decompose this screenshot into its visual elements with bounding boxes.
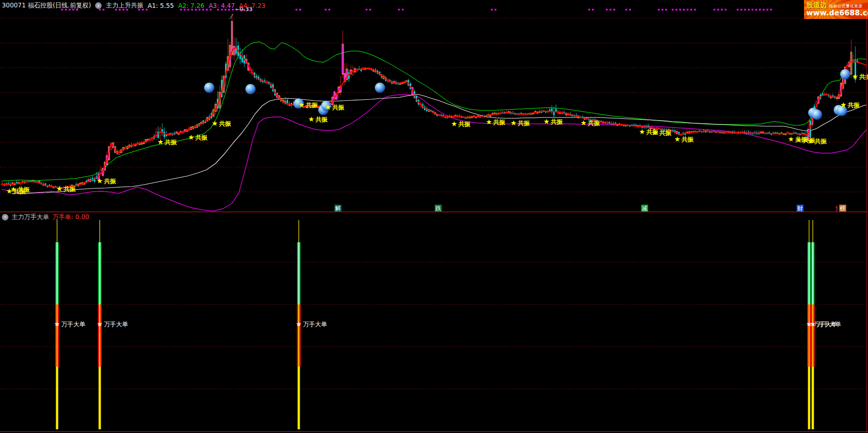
sphere-marker <box>840 69 850 79</box>
chart-canvas[interactable]: ~9.33★共振★共振★共振★共振★共振★共振★共振★共振★共振★共振★共振★共… <box>0 0 868 433</box>
resonance-star-icon: ★ <box>807 137 813 145</box>
signal-dot <box>328 9 330 11</box>
signal-bar-red-core <box>809 304 810 367</box>
subpanel-header: ∨ 主力万手大单 万手单: 0.00 <box>2 213 89 221</box>
resonance-star-icon: ★ <box>852 72 858 81</box>
signal-bar-red-core <box>812 304 813 367</box>
signal-dot <box>687 9 688 11</box>
indicator-name: 主力上升共振 <box>106 1 143 10</box>
signal-dot <box>744 9 746 11</box>
signal-bar-red-core <box>57 304 58 367</box>
resonance-label: 共振 <box>847 102 860 109</box>
resonance-label: 共振 <box>17 186 30 193</box>
collapse-sub-indicator-icon[interactable]: ∨ <box>2 214 8 220</box>
resonance-label: 共振 <box>103 178 116 185</box>
resonance-label: 共振 <box>63 186 76 193</box>
signal-bar-cyan-core <box>99 242 101 304</box>
resonance-star-icon: ★ <box>212 119 218 128</box>
brand-tagline: 指标公式量化资源 <box>829 4 862 8</box>
resonance-label: 共振 <box>195 134 208 141</box>
resonance-label: 共振 <box>458 121 471 128</box>
resonance-label: 共振 <box>550 118 563 125</box>
resonance-label: 共振 <box>587 120 600 127</box>
signal-bar-yellow <box>298 367 300 429</box>
resonance-star-icon: ★ <box>674 135 680 143</box>
signal-star-icon: ★ <box>97 320 103 328</box>
signal-label: 万手大单 <box>61 321 85 328</box>
signal-dot <box>325 9 327 11</box>
subpanel-value: 万手单: 0.00 <box>52 213 89 221</box>
signal-dot <box>491 9 493 11</box>
signal-dot <box>717 9 719 11</box>
resonance-label: 共振 <box>315 116 328 123</box>
candle-down <box>553 112 554 115</box>
resonance-star-icon: ★ <box>580 119 586 127</box>
signal-dot <box>665 9 667 11</box>
signal-dot <box>662 9 663 11</box>
signal-dot <box>759 9 761 11</box>
signal-bar-red-core <box>99 304 100 367</box>
upper-band-line <box>1 42 867 181</box>
signal-dot <box>752 9 753 11</box>
signal-dot <box>763 9 765 11</box>
resonance-star-icon: ★ <box>543 117 549 126</box>
signal-bar-cyan-core <box>809 242 810 304</box>
resonance-label: 共振 <box>814 138 827 145</box>
sphere-marker <box>204 83 214 93</box>
signal-dot <box>766 9 768 11</box>
resonance-star-icon: ★ <box>308 115 314 123</box>
signal-star-icon: ★ <box>296 320 302 328</box>
resonance-label: 共振 <box>219 120 231 127</box>
subpanel-title: 主力万手大单 <box>12 213 49 221</box>
candle-up <box>342 44 343 74</box>
resonance-star-icon: ★ <box>96 177 103 185</box>
event-tag: 财 <box>797 205 803 212</box>
signal-dot <box>725 9 727 11</box>
signal-dot <box>672 9 674 11</box>
resonance-star-icon: ★ <box>56 185 62 193</box>
indicator-value-a1: A1: 5.55 <box>148 2 174 9</box>
resonance-star-icon: ★ <box>298 101 304 109</box>
resonance-star-icon: ★ <box>451 120 457 128</box>
collapse-main-indicator-icon[interactable]: ∨ <box>95 2 102 9</box>
signal-dot <box>592 9 594 11</box>
signal-star-icon: ★ <box>54 320 60 328</box>
signal-dot <box>610 9 611 11</box>
signal-dot <box>658 9 660 11</box>
signal-dot <box>299 9 301 11</box>
resonance-label: 共振 <box>659 129 672 136</box>
resonance-star-icon: ★ <box>796 136 802 144</box>
signal-bar-yellow <box>812 367 814 429</box>
brand-watermark: 股道边 指标公式量化资源 www.de6688.com <box>804 0 868 19</box>
signal-dot <box>737 9 739 11</box>
sphere-marker <box>812 110 822 120</box>
sphere-marker <box>375 83 385 93</box>
signal-dot <box>694 9 696 11</box>
signal-dot <box>495 9 496 11</box>
signal-dot <box>366 9 367 11</box>
signal-bar-yellow <box>808 367 810 429</box>
header-bar: 300071 福石控股(日线.前复权) ∨ 主力上升共振 A1: 5.55 A2… <box>2 1 265 10</box>
indicator-value-a2: A2: 7.26 <box>178 2 205 9</box>
signal-dot <box>398 9 400 11</box>
resonance-label: 共振 <box>517 120 530 127</box>
signal-dot <box>588 9 590 11</box>
resonance-star-icon: ★ <box>188 133 194 142</box>
signal-dot <box>679 9 681 11</box>
resonance-star-icon: ★ <box>10 185 16 194</box>
resonance-label: 共振 <box>493 119 506 126</box>
resonance-star-icon: ★ <box>157 138 163 146</box>
signal-star-icon: ★ <box>810 320 816 328</box>
indicator-value-a4: A4: 7.23 <box>239 2 265 9</box>
event-tag: 减 <box>642 205 648 212</box>
signal-dot <box>613 9 615 11</box>
signal-bar-cyan-core <box>298 242 300 304</box>
lower-band-line <box>1 95 867 211</box>
resonance-star-icon: ★ <box>486 118 492 126</box>
event-tag: 跌 <box>436 205 441 212</box>
signal-dot <box>748 9 750 11</box>
signal-bar-cyan-core <box>812 242 814 304</box>
signal-dot <box>690 9 692 11</box>
signal-bar-red-core <box>298 304 299 367</box>
resonance-star-icon: ★ <box>639 128 645 136</box>
